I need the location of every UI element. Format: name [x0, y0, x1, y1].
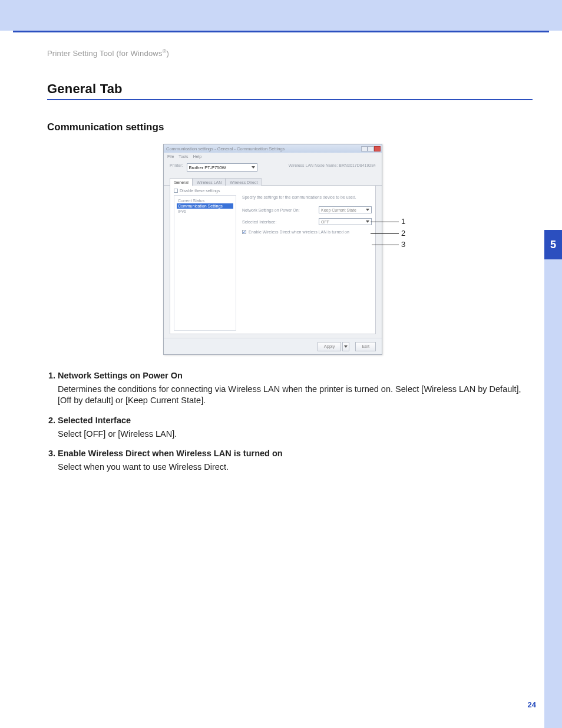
page-top-rule	[13, 31, 549, 32]
disable-settings-label: Disable these settings	[180, 189, 220, 193]
menu-tools[interactable]: Tools	[178, 154, 188, 159]
network-on-power-select[interactable]: Keep Current State	[319, 206, 372, 213]
exit-button[interactable]: Exit	[355, 342, 376, 351]
menu-file[interactable]: File	[167, 154, 174, 159]
selected-interface-label: Selected Interface:	[242, 220, 315, 224]
desc-3-body: Select when you want to use Wireless Dir…	[58, 462, 229, 472]
enable-wireless-direct-checkbox[interactable]	[242, 230, 246, 234]
apply-split-button[interactable]	[342, 342, 349, 351]
chevron-down-icon	[366, 209, 369, 211]
page-top-band	[0, 0, 562, 31]
settings-instruction: Specify the settings for the communicati…	[242, 195, 372, 199]
dialog-titlebar: Communication settings - General - Commu…	[164, 144, 382, 153]
selected-interface-value: OFF	[321, 220, 329, 224]
dialog-menubar: File Tools Help	[164, 153, 382, 160]
desc-item-3: Enable Wireless Direct when Wireless LAN…	[58, 448, 533, 473]
dialog-tabs: General Wireless LAN Wireless Direct	[164, 177, 382, 186]
tree-item-current-status[interactable]: Current Status	[177, 198, 233, 203]
node-name-label: Wireless LAN Node Name: BRN3017D8419284	[289, 163, 376, 167]
dialog-tab-body: Disable these settings Current Status Co…	[170, 186, 376, 334]
row-network-on-power: Network Settings on Power On: Keep Curre…	[242, 206, 372, 213]
minimize-button[interactable]	[361, 146, 368, 151]
chevron-down-icon	[366, 220, 369, 223]
printer-select[interactable]: Brother PT-P750W	[187, 163, 257, 172]
row-selected-interface: Selected Interface: OFF	[242, 218, 372, 225]
page-content: Printer Setting Tool (for Windows®) Gene…	[47, 48, 533, 481]
chapter-tab: 5	[544, 230, 562, 259]
chevron-down-icon	[252, 166, 255, 169]
dialog-two-column: Current Status Communication Settings IP…	[174, 195, 372, 331]
desc-2-body: Select [OFF] or [Wireless LAN].	[58, 429, 177, 439]
tab-general[interactable]: General	[170, 178, 193, 186]
chapter-number: 5	[550, 239, 556, 251]
disable-settings-checkbox[interactable]	[174, 189, 178, 193]
chevron-down-icon	[344, 345, 348, 348]
network-on-power-label: Network Settings on Power On:	[242, 208, 315, 212]
registered-mark: ®	[163, 48, 167, 54]
close-button[interactable]	[374, 146, 381, 151]
callout-number-3: 3	[401, 240, 405, 249]
enable-wireless-direct-label: Enable Wireless Direct when wireless LAN…	[249, 230, 349, 234]
desc-item-1: Network Settings on Power On Determines …	[58, 370, 533, 407]
settings-tree: Current Status Communication Settings IP…	[174, 195, 236, 331]
desc-2-title: Selected Interface	[58, 415, 533, 427]
chapter-gutter	[544, 259, 562, 728]
desc-item-2: Selected Interface Select [OFF] or [Wire…	[58, 415, 533, 440]
screenshot-figure: Communication settings - General - Commu…	[163, 144, 416, 355]
callout-number-1: 1	[401, 217, 405, 226]
desc-1-title: Network Settings on Power On	[58, 370, 533, 382]
tree-item-ipv6[interactable]: IPv6	[177, 209, 233, 214]
window-buttons	[361, 146, 381, 151]
settings-panel: Specify the settings for the communicati…	[242, 195, 372, 331]
maximize-button[interactable]	[368, 146, 374, 151]
printer-select-value: Brother PT-P750W	[189, 165, 226, 170]
page-number: 24	[528, 700, 536, 709]
dialog-footer: Apply Exit	[164, 338, 382, 354]
tree-item-communication-settings[interactable]: Communication Settings	[177, 203, 233, 209]
printer-label: Printer:	[170, 163, 183, 167]
breadcrumb-prefix: Printer Setting Tool (for Windows	[47, 49, 163, 58]
dialog-title: Communication settings - General - Commu…	[166, 146, 361, 151]
desc-3-title: Enable Wireless Direct when Wireless LAN…	[58, 448, 533, 460]
subsection-title: Communication settings	[47, 121, 533, 133]
section-title: General Tab	[47, 81, 533, 100]
tab-wireless-direct[interactable]: Wireless Direct	[226, 178, 262, 186]
tab-wireless-lan[interactable]: Wireless LAN	[193, 178, 226, 186]
desc-1-body: Determines the conditions for connecting…	[58, 384, 521, 406]
row-enable-wireless-direct: Enable Wireless Direct when wireless LAN…	[242, 230, 372, 234]
callout-number-2: 2	[401, 229, 405, 238]
selected-interface-select[interactable]: OFF	[319, 218, 372, 225]
breadcrumb: Printer Setting Tool (for Windows®)	[47, 48, 533, 58]
menu-help[interactable]: Help	[193, 154, 201, 159]
apply-button[interactable]: Apply	[318, 342, 342, 351]
dialog-window: Communication settings - General - Commu…	[163, 144, 382, 355]
breadcrumb-suffix: )	[167, 49, 170, 58]
dialog-top-area: Printer: Brother PT-P750W Wireless LAN N…	[164, 160, 382, 177]
disable-settings-row: Disable these settings	[174, 189, 372, 193]
network-on-power-value: Keep Current State	[321, 208, 356, 212]
callout-descriptions: Network Settings on Power On Determines …	[47, 370, 533, 473]
